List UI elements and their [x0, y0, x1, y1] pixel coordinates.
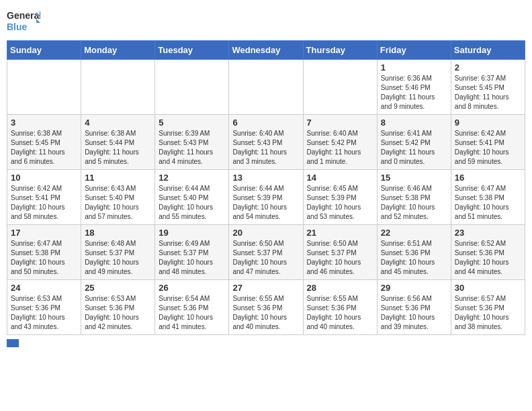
- day-number: 20: [232, 228, 299, 238]
- day-number: 25: [85, 283, 151, 293]
- page-header: General Blue: [7, 7, 525, 35]
- day-info: Sunrise: 6:55 AM Sunset: 5:36 PM Dayligh…: [232, 294, 299, 332]
- calendar-cell: 29Sunrise: 6:56 AM Sunset: 5:36 PM Dayli…: [377, 280, 451, 335]
- day-number: 3: [11, 118, 77, 128]
- svg-text:Blue: Blue: [7, 21, 28, 32]
- calendar-cell: [155, 60, 229, 115]
- day-info: Sunrise: 6:40 AM Sunset: 5:42 PM Dayligh…: [307, 129, 373, 167]
- weekday-header-row: SundayMondayTuesdayWednesdayThursdayFrid…: [7, 41, 525, 60]
- weekday-header-sunday: Sunday: [7, 41, 81, 60]
- day-number: 24: [11, 283, 77, 293]
- day-number: 6: [232, 118, 299, 128]
- calendar-cell: 14Sunrise: 6:45 AM Sunset: 5:39 PM Dayli…: [303, 170, 377, 225]
- logo: General Blue: [7, 7, 40, 35]
- calendar-cell: 20Sunrise: 6:50 AM Sunset: 5:37 PM Dayli…: [229, 225, 303, 280]
- weekday-header-saturday: Saturday: [451, 41, 525, 60]
- weekday-header-monday: Monday: [81, 41, 155, 60]
- day-info: Sunrise: 6:37 AM Sunset: 5:45 PM Dayligh…: [455, 74, 521, 111]
- calendar-footer: [7, 339, 525, 347]
- calendar-cell: 26Sunrise: 6:54 AM Sunset: 5:36 PM Dayli…: [155, 280, 229, 335]
- day-info: Sunrise: 6:50 AM Sunset: 5:37 PM Dayligh…: [232, 239, 299, 277]
- calendar-week-1: 3Sunrise: 6:38 AM Sunset: 5:45 PM Daylig…: [7, 115, 525, 170]
- calendar-cell: [7, 60, 81, 115]
- day-info: Sunrise: 6:42 AM Sunset: 5:41 PM Dayligh…: [11, 184, 77, 222]
- calendar-cell: 11Sunrise: 6:43 AM Sunset: 5:40 PM Dayli…: [81, 170, 155, 225]
- calendar-cell: 18Sunrise: 6:48 AM Sunset: 5:37 PM Dayli…: [81, 225, 155, 280]
- calendar-cell: 9Sunrise: 6:42 AM Sunset: 5:41 PM Daylig…: [451, 115, 525, 170]
- day-number: 11: [85, 173, 151, 183]
- weekday-header-friday: Friday: [377, 41, 451, 60]
- calendar-week-3: 17Sunrise: 6:47 AM Sunset: 5:38 PM Dayli…: [7, 225, 525, 280]
- calendar-cell: 6Sunrise: 6:40 AM Sunset: 5:43 PM Daylig…: [229, 115, 303, 170]
- calendar-cell: 1Sunrise: 6:36 AM Sunset: 5:46 PM Daylig…: [377, 60, 451, 115]
- day-number: 15: [381, 173, 447, 183]
- daylight-swatch: [7, 339, 19, 347]
- day-number: 27: [232, 283, 299, 293]
- logo-svg: General Blue: [7, 7, 40, 35]
- svg-text:General: General: [7, 10, 40, 21]
- day-number: 26: [159, 283, 225, 293]
- day-number: 28: [307, 283, 373, 293]
- day-info: Sunrise: 6:44 AM Sunset: 5:39 PM Dayligh…: [232, 184, 299, 222]
- calendar-body: 1Sunrise: 6:36 AM Sunset: 5:46 PM Daylig…: [7, 60, 525, 335]
- weekday-header-tuesday: Tuesday: [155, 41, 229, 60]
- calendar-cell: 7Sunrise: 6:40 AM Sunset: 5:42 PM Daylig…: [303, 115, 377, 170]
- calendar-cell: 12Sunrise: 6:44 AM Sunset: 5:40 PM Dayli…: [155, 170, 229, 225]
- day-number: 30: [455, 283, 521, 293]
- day-number: 29: [381, 283, 447, 293]
- day-number: 23: [455, 228, 521, 238]
- calendar-week-2: 10Sunrise: 6:42 AM Sunset: 5:41 PM Dayli…: [7, 170, 525, 225]
- calendar-cell: 5Sunrise: 6:39 AM Sunset: 5:43 PM Daylig…: [155, 115, 229, 170]
- weekday-header-wednesday: Wednesday: [229, 41, 303, 60]
- day-info: Sunrise: 6:44 AM Sunset: 5:40 PM Dayligh…: [159, 184, 225, 222]
- calendar-cell: 15Sunrise: 6:46 AM Sunset: 5:38 PM Dayli…: [377, 170, 451, 225]
- calendar-cell: [81, 60, 155, 115]
- calendar-cell: 23Sunrise: 6:52 AM Sunset: 5:36 PM Dayli…: [451, 225, 525, 280]
- calendar-cell: 16Sunrise: 6:47 AM Sunset: 5:38 PM Dayli…: [451, 170, 525, 225]
- day-number: 21: [307, 228, 373, 238]
- calendar-cell: [229, 60, 303, 115]
- day-info: Sunrise: 6:39 AM Sunset: 5:43 PM Dayligh…: [159, 129, 225, 167]
- day-number: 22: [381, 228, 447, 238]
- calendar-week-4: 24Sunrise: 6:53 AM Sunset: 5:36 PM Dayli…: [7, 280, 525, 335]
- calendar-cell: 21Sunrise: 6:50 AM Sunset: 5:37 PM Dayli…: [303, 225, 377, 280]
- calendar-cell: 28Sunrise: 6:55 AM Sunset: 5:36 PM Dayli…: [303, 280, 377, 335]
- day-number: 14: [307, 173, 373, 183]
- calendar-cell: 27Sunrise: 6:55 AM Sunset: 5:36 PM Dayli…: [229, 280, 303, 335]
- day-number: 5: [159, 118, 225, 128]
- day-number: 16: [455, 173, 521, 183]
- calendar-cell: 10Sunrise: 6:42 AM Sunset: 5:41 PM Dayli…: [7, 170, 81, 225]
- calendar-cell: [303, 60, 377, 115]
- day-info: Sunrise: 6:49 AM Sunset: 5:37 PM Dayligh…: [159, 239, 225, 277]
- calendar-cell: 17Sunrise: 6:47 AM Sunset: 5:38 PM Dayli…: [7, 225, 81, 280]
- day-info: Sunrise: 6:42 AM Sunset: 5:41 PM Dayligh…: [455, 129, 521, 167]
- day-number: 19: [159, 228, 225, 238]
- day-number: 13: [232, 173, 299, 183]
- day-info: Sunrise: 6:51 AM Sunset: 5:36 PM Dayligh…: [381, 239, 447, 277]
- day-info: Sunrise: 6:48 AM Sunset: 5:37 PM Dayligh…: [85, 239, 151, 277]
- day-info: Sunrise: 6:57 AM Sunset: 5:36 PM Dayligh…: [455, 294, 521, 332]
- day-info: Sunrise: 6:55 AM Sunset: 5:36 PM Dayligh…: [307, 294, 373, 332]
- calendar-header: SundayMondayTuesdayWednesdayThursdayFrid…: [7, 41, 525, 60]
- day-number: 4: [85, 118, 151, 128]
- day-info: Sunrise: 6:53 AM Sunset: 5:36 PM Dayligh…: [85, 294, 151, 332]
- day-info: Sunrise: 6:56 AM Sunset: 5:36 PM Dayligh…: [381, 294, 447, 332]
- day-number: 7: [307, 118, 373, 128]
- day-number: 2: [455, 62, 521, 73]
- day-number: 10: [11, 173, 77, 183]
- day-info: Sunrise: 6:41 AM Sunset: 5:42 PM Dayligh…: [381, 129, 447, 167]
- calendar-cell: 3Sunrise: 6:38 AM Sunset: 5:45 PM Daylig…: [7, 115, 81, 170]
- day-number: 17: [11, 228, 77, 238]
- day-info: Sunrise: 6:50 AM Sunset: 5:37 PM Dayligh…: [307, 239, 373, 277]
- calendar-cell: 30Sunrise: 6:57 AM Sunset: 5:36 PM Dayli…: [451, 280, 525, 335]
- calendar-cell: 2Sunrise: 6:37 AM Sunset: 5:45 PM Daylig…: [451, 60, 525, 115]
- day-info: Sunrise: 6:46 AM Sunset: 5:38 PM Dayligh…: [381, 184, 447, 222]
- day-number: 8: [381, 118, 447, 128]
- day-info: Sunrise: 6:36 AM Sunset: 5:46 PM Dayligh…: [381, 74, 447, 111]
- calendar-cell: 4Sunrise: 6:38 AM Sunset: 5:44 PM Daylig…: [81, 115, 155, 170]
- calendar-table: SundayMondayTuesdayWednesdayThursdayFrid…: [7, 40, 525, 335]
- day-info: Sunrise: 6:47 AM Sunset: 5:38 PM Dayligh…: [11, 239, 77, 277]
- calendar-cell: 24Sunrise: 6:53 AM Sunset: 5:36 PM Dayli…: [7, 280, 81, 335]
- day-info: Sunrise: 6:54 AM Sunset: 5:36 PM Dayligh…: [159, 294, 225, 332]
- day-info: Sunrise: 6:52 AM Sunset: 5:36 PM Dayligh…: [455, 239, 521, 277]
